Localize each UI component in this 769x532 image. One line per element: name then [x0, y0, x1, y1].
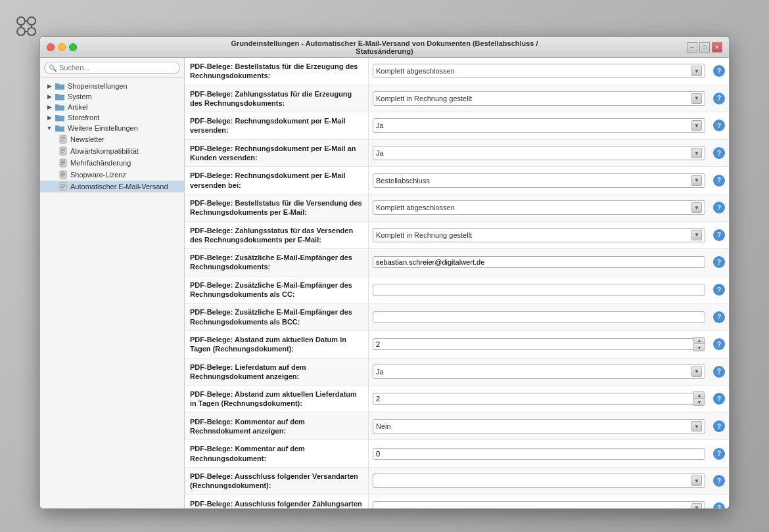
- sidebar-item-mehrfachaenderung[interactable]: Mehrfachänderung: [40, 157, 184, 169]
- app-icon: [13, 13, 39, 41]
- form-control: [369, 303, 709, 330]
- form-help: ?: [709, 85, 729, 112]
- form-label: PDF-Belege: Ausschluss folgender Versand…: [185, 468, 369, 495]
- sidebar-item-storefront[interactable]: ▶ Storefront: [40, 112, 184, 123]
- sidebar-item-shopware-lizenz[interactable]: Shopware-Lizenz: [40, 169, 184, 181]
- help-button[interactable]: ?: [713, 229, 725, 241]
- help-button[interactable]: ?: [713, 120, 725, 131]
- select-field[interactable]: Nein▼: [373, 419, 705, 433]
- svg-point-2: [17, 28, 25, 35]
- form-row: PDF-Belege: Bestellstatus für die Erzeug…: [185, 58, 729, 85]
- sidebar-item-weitere-einstellungen[interactable]: ▼ Weitere Einstellungen: [40, 123, 184, 133]
- help-button[interactable]: ?: [713, 175, 725, 187]
- select-arrow-icon[interactable]: ▼: [691, 148, 702, 158]
- sidebar-item-newsletter[interactable]: Newsletter: [40, 133, 184, 145]
- select-field[interactable]: Ja▼: [373, 146, 705, 160]
- select-arrow-icon[interactable]: ▼: [691, 230, 702, 240]
- select-field[interactable]: Ja▼: [373, 365, 705, 379]
- help-button[interactable]: ?: [713, 338, 725, 350]
- form-control: Ja▼: [369, 112, 709, 139]
- spinner-down-button[interactable]: ▼: [694, 399, 705, 405]
- close-traffic-light[interactable]: [47, 43, 55, 51]
- folder-icon-open: [55, 124, 65, 132]
- minimize-traffic-light[interactable]: [58, 43, 66, 51]
- expand-icon: ▶: [45, 93, 53, 100]
- select-field[interactable]: Komplett in Rechnung gestellt▼: [373, 91, 705, 106]
- folder-icon: [55, 93, 65, 100]
- help-button[interactable]: ?: [713, 502, 725, 508]
- help-button[interactable]: ?: [713, 311, 725, 323]
- form-label: PDF-Belege: Zusätzliche E-Mail-Empfänger…: [185, 277, 369, 303]
- select-arrow-icon[interactable]: ▼: [691, 503, 702, 508]
- form-label: PDF-Belege: Rechnungsdokument per E-Mail…: [185, 167, 369, 194]
- sidebar-item-shopeinstellungen[interactable]: ▶ Shopeinstellungen: [40, 81, 184, 91]
- select-arrow-icon[interactable]: ▼: [691, 421, 702, 432]
- text-input[interactable]: [373, 256, 705, 268]
- help-button[interactable]: ?: [713, 393, 725, 405]
- doc-icon: [58, 135, 68, 144]
- search-input[interactable]: [59, 64, 175, 72]
- sidebar-item-automatischer-email[interactable]: Automatischer E-Mail-Versand: [40, 181, 184, 192]
- form-label: PDF-Belege: Ausschluss folgender Zahlung…: [185, 495, 369, 509]
- form-control: [369, 277, 709, 303]
- text-input[interactable]: [373, 311, 705, 323]
- form-row: PDF-Belege: Bestellstatus für die Versen…: [185, 194, 729, 222]
- restore-button[interactable]: □: [699, 42, 710, 53]
- folder-icon: [55, 82, 65, 90]
- text-input[interactable]: [373, 284, 705, 296]
- select-arrow-icon[interactable]: ▼: [691, 175, 702, 186]
- help-button[interactable]: ?: [713, 65, 725, 77]
- help-button[interactable]: ?: [713, 93, 725, 104]
- form-control: Bestellabschluss▼: [369, 167, 709, 194]
- minimize-button[interactable]: –: [687, 42, 697, 53]
- form-row: PDF-Belege: Rechnungsdokument per E-Mail…: [185, 140, 729, 167]
- text-input[interactable]: [373, 448, 705, 460]
- sidebar-item-abwaertskompatibilitaet[interactable]: Abwärtskompatibilität: [40, 145, 184, 157]
- spinner-down-button[interactable]: ▼: [694, 344, 705, 351]
- sidebar-item-artikel[interactable]: ▶ Artikel: [40, 102, 184, 112]
- form-help: ?: [709, 167, 729, 194]
- select-arrow-icon[interactable]: ▼: [691, 120, 702, 131]
- form-label: PDF-Belege: Rechnungsdokument per E-Mail…: [185, 140, 369, 167]
- help-button[interactable]: ?: [713, 475, 725, 487]
- close-button[interactable]: ✕: [712, 42, 722, 53]
- help-button[interactable]: ?: [713, 256, 725, 268]
- select-arrow-icon[interactable]: ▼: [691, 93, 702, 104]
- form-row: PDF-Belege: Kommentar auf dem Rechnungsd…: [185, 440, 729, 468]
- search-wrap[interactable]: 🔍: [44, 62, 180, 74]
- select-arrow-icon[interactable]: ▼: [691, 366, 702, 377]
- help-button[interactable]: ?: [713, 147, 725, 159]
- select-field[interactable]: Bestellabschluss▼: [373, 173, 705, 188]
- help-button[interactable]: ?: [713, 448, 725, 460]
- select-field[interactable]: ▼: [373, 501, 705, 508]
- spinner-up-button[interactable]: ▲: [694, 392, 705, 399]
- select-field[interactable]: Komplett abgeschlossen▼: [373, 64, 705, 78]
- search-icon: 🔍: [49, 64, 57, 72]
- help-button[interactable]: ?: [713, 284, 725, 296]
- sidebar-item-label: Abwärtskompatibilität: [70, 147, 139, 155]
- select-field[interactable]: Komplett abgeschlossen▼: [373, 200, 705, 215]
- select-value: Ja: [376, 149, 691, 157]
- select-field[interactable]: Ja▼: [373, 118, 705, 133]
- select-field[interactable]: ▼: [373, 474, 705, 488]
- select-arrow-icon[interactable]: ▼: [691, 202, 702, 213]
- form-help: ?: [709, 277, 729, 303]
- number-input[interactable]: [373, 393, 693, 405]
- maximize-traffic-light[interactable]: [69, 43, 77, 51]
- help-button[interactable]: ?: [713, 202, 725, 213]
- select-value: Komplett abgeschlossen: [376, 67, 691, 75]
- number-input-wrap: ▲▼: [373, 391, 705, 406]
- select-value: Bestellabschluss: [376, 177, 691, 185]
- select-arrow-icon[interactable]: ▼: [691, 66, 702, 76]
- form-row: PDF-Belege: Kommentar auf dem Rechnsdoku…: [185, 413, 729, 441]
- number-input[interactable]: [373, 338, 693, 350]
- spinner-up-button[interactable]: ▲: [694, 338, 705, 344]
- form-help: ?: [709, 440, 729, 467]
- help-button[interactable]: ?: [713, 420, 725, 432]
- help-button[interactable]: ?: [713, 366, 725, 378]
- scroll-area[interactable]: PDF-Belege: Bestellstatus für die Erzeug…: [185, 58, 729, 508]
- sidebar-item-system[interactable]: ▶ System: [40, 91, 184, 102]
- select-field[interactable]: Komplett in Rechnung gestellt▼: [373, 228, 705, 242]
- select-arrow-icon[interactable]: ▼: [691, 476, 702, 486]
- search-box: 🔍: [40, 58, 184, 78]
